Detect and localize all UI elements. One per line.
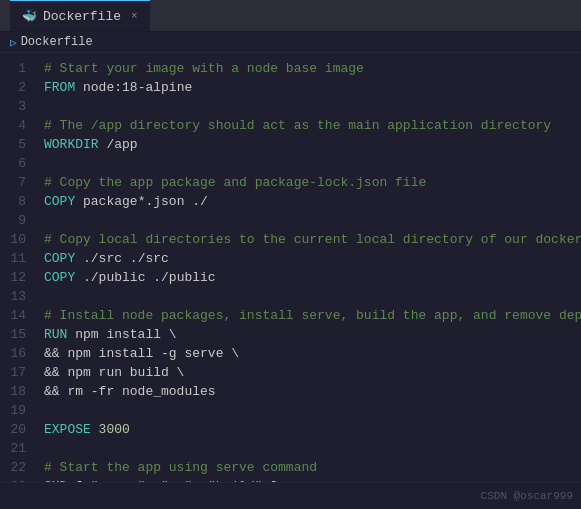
breadcrumb-arrow-icon: ▷ [10,36,17,49]
code-line: # Copy local directories to the current … [44,230,573,249]
line-number: 13 [0,287,26,306]
code-line: && rm -fr node_modules [44,382,573,401]
breadcrumb: ▷ Dockerfile [0,32,581,53]
line-number: 14 [0,306,26,325]
code-line: COPY package*.json ./ [44,192,573,211]
code-line: # Copy the app package and package-lock.… [44,173,573,192]
code-line: EXPOSE 3000 [44,420,573,439]
code-line: # Start the app using serve command [44,458,573,477]
line-number: 1 [0,59,26,78]
line-number: 11 [0,249,26,268]
line-number: 3 [0,97,26,116]
line-number: 4 [0,116,26,135]
line-number: 9 [0,211,26,230]
line-number: 12 [0,268,26,287]
code-line: FROM node:18-alpine [44,78,573,97]
line-number: 20 [0,420,26,439]
code-line: # Install node packages, install serve, … [44,306,573,325]
line-number: 10 [0,230,26,249]
line-number: 6 [0,154,26,173]
title-bar: 🐳 Dockerfile × [0,0,581,32]
code-line [44,439,573,458]
code-line [44,97,573,116]
code-line: COPY ./src ./src [44,249,573,268]
code-line: # Start your image with a node base imag… [44,59,573,78]
editor-area: 1234567891011121314151617181920212223 # … [0,53,581,482]
line-number: 15 [0,325,26,344]
code-line: COPY ./public ./public [44,268,573,287]
code-line: && npm run build \ [44,363,573,382]
line-number: 17 [0,363,26,382]
line-number: 2 [0,78,26,97]
code-line [44,154,573,173]
line-number: 18 [0,382,26,401]
line-number: 16 [0,344,26,363]
line-numbers: 1234567891011121314151617181920212223 [0,53,36,482]
tab-docker-icon: 🐳 [22,9,37,24]
tab[interactable]: 🐳 Dockerfile × [10,0,150,31]
code-line [44,287,573,306]
code-content[interactable]: # Start your image with a node base imag… [36,53,581,482]
line-number: 21 [0,439,26,458]
line-number: 19 [0,401,26,420]
editor-footer: CSDN @oscar999 [0,482,581,504]
line-number: 5 [0,135,26,154]
tab-filename: Dockerfile [43,9,121,24]
line-number: 22 [0,458,26,477]
line-number: 7 [0,173,26,192]
attribution: CSDN @oscar999 [473,488,581,504]
tab-close-button[interactable]: × [131,10,138,22]
code-line: RUN npm install \ [44,325,573,344]
code-line: # The /app directory should act as the m… [44,116,573,135]
breadcrumb-label: Dockerfile [21,35,93,49]
code-line: && npm install -g serve \ [44,344,573,363]
code-line: WORKDIR /app [44,135,573,154]
code-line [44,211,573,230]
line-number: 8 [0,192,26,211]
code-line [44,401,573,420]
